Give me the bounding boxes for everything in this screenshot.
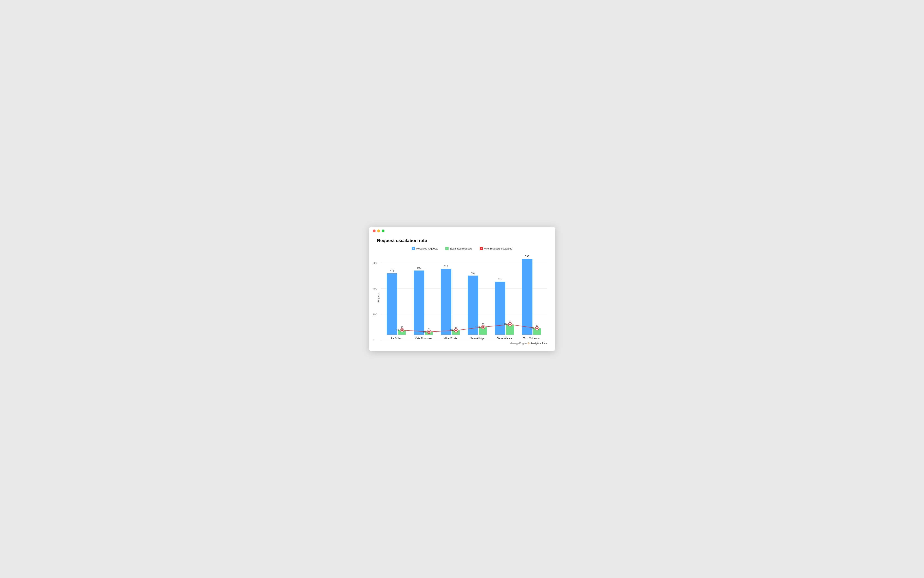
minimize-dot[interactable] — [377, 229, 380, 232]
bar-pair-4: 41380 — [491, 282, 518, 335]
bar-escalated-label-0: 36 — [401, 326, 403, 329]
y-tick-400: 400 — [373, 287, 377, 290]
legend-escalated: ✓ Escalated requests — [445, 247, 472, 250]
bar-escalated-2: 34 — [452, 330, 460, 335]
bar-group-steve-waters: 41380Steve Waters — [491, 282, 518, 340]
grid-and-bars: 0200400600 47836Ira Solas50023Kate Donov… — [381, 255, 547, 340]
bar-escalated-label-1: 23 — [428, 328, 430, 331]
bar-resolved-3: 460 — [468, 276, 478, 335]
bar-escalated-label-5: 50 — [536, 324, 538, 327]
bar-pair-2: 51234 — [437, 269, 464, 335]
bar-escalated-label-4: 80 — [509, 320, 511, 323]
legend-escalated-box: ✓ — [445, 247, 449, 250]
bar-resolved-label-2: 512 — [444, 265, 448, 268]
bar-escalated-5: 50 — [533, 328, 541, 335]
y-tick-600: 600 — [373, 261, 377, 265]
chart-area: Requests 0200400600 47836Ira Solas50023K… — [377, 255, 547, 340]
bar-resolved-4: 413 — [495, 282, 505, 335]
legend-resolved-box: ✓ — [412, 247, 415, 250]
bar-pair-3: 46060 — [464, 276, 491, 335]
legend-escalated-label: Escalated requests — [450, 247, 472, 250]
bar-resolved-label-1: 500 — [417, 266, 421, 269]
legend: ✓ Resolved requests ✓ Escalated requests… — [377, 247, 547, 250]
x-label-5: Tom Mckenna — [523, 337, 540, 340]
brand-suffix: Analytics Plus — [530, 342, 547, 345]
bar-resolved-label-3: 460 — [471, 271, 475, 274]
legend-pct-box: ✓ — [480, 247, 483, 250]
brand-prefix: ManageEngine⚙ — [509, 342, 530, 345]
bar-escalated-1: 23 — [425, 332, 433, 335]
bar-group-mike-morris: 51234Mike Morris — [437, 269, 464, 340]
close-dot[interactable] — [373, 229, 376, 232]
bar-group-sam-alridge: 46060Sam Alridge — [464, 276, 491, 340]
x-label-4: Steve Waters — [496, 337, 512, 340]
bar-pair-0: 47836 — [383, 273, 410, 335]
app-window: Request escalation rate ✓ Resolved reque… — [369, 227, 555, 351]
bar-escalated-label-2: 34 — [455, 326, 457, 329]
bar-group-kate-donovan: 50023Kate Donovan — [410, 271, 437, 340]
bar-escalated-0: 36 — [398, 330, 406, 335]
bar-escalated-3: 60 — [479, 327, 487, 335]
bars-row: 47836Ira Solas50023Kate Donovan51234Mike… — [381, 255, 547, 340]
x-label-2: Mike Morris — [444, 337, 457, 340]
y-tick-200: 200 — [373, 313, 377, 316]
legend-resolved: ✓ Resolved requests — [412, 247, 438, 250]
x-label-3: Sam Alridge — [470, 337, 484, 340]
x-label-1: Kate Donovan — [415, 337, 431, 340]
bar-pair-5: 59050 — [518, 259, 545, 335]
bar-escalated-4: 80 — [506, 325, 514, 335]
titlebar — [369, 227, 555, 234]
chart-title: Request escalation rate — [377, 238, 547, 243]
x-label-0: Ira Solas — [391, 337, 402, 340]
legend-pct-label: % of requests escalated — [484, 247, 512, 250]
branding: ManageEngine⚙ Analytics Plus — [369, 340, 555, 345]
bar-resolved-5: 590 — [522, 259, 532, 335]
legend-pct: ✓ % of requests escalated — [480, 247, 512, 250]
bar-resolved-label-5: 590 — [525, 255, 529, 258]
bar-escalated-label-3: 60 — [482, 323, 484, 326]
bar-resolved-0: 478 — [387, 273, 397, 335]
bar-resolved-1: 500 — [414, 271, 424, 335]
bar-resolved-label-4: 413 — [498, 278, 502, 281]
bar-resolved-label-0: 478 — [390, 269, 394, 272]
y-axis-label: Requests — [377, 292, 380, 303]
bar-pair-1: 50023 — [410, 271, 437, 335]
bar-resolved-2: 512 — [441, 269, 451, 335]
legend-resolved-label: Resolved requests — [416, 247, 438, 250]
chart-container: Request escalation rate ✓ Resolved reque… — [369, 234, 555, 340]
chart-inner: 0200400600 47836Ira Solas50023Kate Donov… — [381, 255, 547, 340]
bar-group-tom-mckenna: 59050Tom Mckenna — [518, 259, 545, 340]
bar-group-ira-solas: 47836Ira Solas — [383, 273, 410, 340]
maximize-dot[interactable] — [382, 229, 384, 232]
